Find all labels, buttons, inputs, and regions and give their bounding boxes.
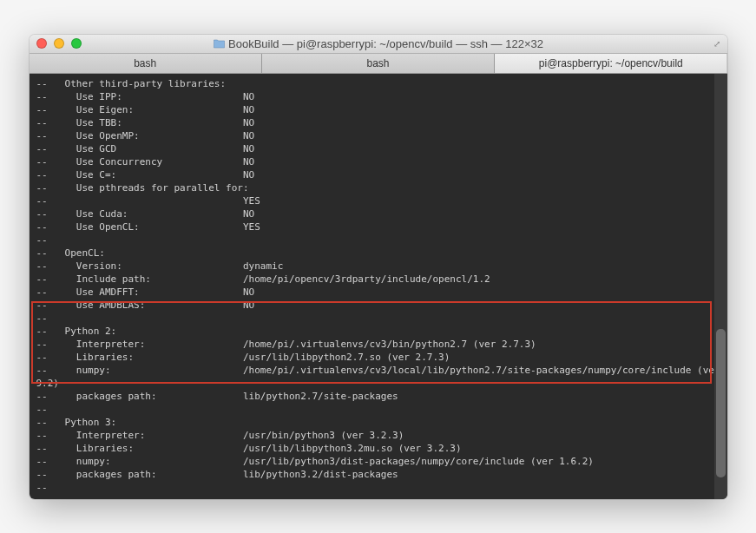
terminal-line: -- packages path: lib/python3.2/dist-pac… — [36, 468, 720, 481]
terminal-line: -- YES — [36, 194, 720, 207]
terminal-line: -- Libraries: /usr/lib/libpython3.2mu.so… — [36, 442, 720, 455]
close-button[interactable] — [36, 38, 47, 49]
terminal-line: -- Use Cuda: NO — [36, 207, 720, 220]
terminal-line: -- Use TBB: NO — [36, 116, 720, 129]
terminal-line: -- Use AMDBLAS: NO — [36, 299, 720, 312]
titlebar[interactable]: BookBuild — pi@raspberrypi: ~/opencv/bui… — [30, 35, 727, 54]
terminal-line: -- OpenCL: — [36, 247, 720, 260]
window-title: BookBuild — pi@raspberrypi: ~/opencv/bui… — [213, 37, 543, 50]
terminal-line: -- Interpreter: /usr/bin/python3 (ver 3.… — [36, 429, 720, 442]
fullscreen-icon[interactable]: ⤢ — [713, 39, 720, 49]
scrollbar[interactable] — [714, 74, 727, 499]
terminal-line: -- numpy: /home/pi/.virtualenvs/cv3/loca… — [36, 364, 720, 377]
terminal-line: -- Use AMDFFT: NO — [36, 286, 720, 299]
terminal-line: -- — [36, 481, 720, 494]
terminal-line: 9.2) — [36, 377, 720, 390]
title-text: BookBuild — pi@raspberrypi: ~/opencv/bui… — [228, 37, 543, 50]
terminal-line: -- Use OpenMP: NO — [36, 129, 720, 142]
terminal-line: -- Use OpenCL: YES — [36, 220, 720, 234]
terminal-line: -- Use C=: NO — [36, 168, 720, 181]
terminal-line: -- Version: dynamic — [36, 260, 720, 273]
scrollbar-thumb[interactable] — [716, 329, 726, 478]
terminal-window: BookBuild — pi@raspberrypi: ~/opencv/bui… — [30, 35, 727, 499]
tab-bash-1[interactable]: bash — [30, 54, 262, 73]
terminal-line: -- — [36, 312, 720, 325]
terminal-output: -- Other third-party libraries:-- Use IP… — [36, 77, 720, 494]
terminal-line: -- Interpreter: /home/pi/.virtualenvs/cv… — [36, 338, 720, 351]
folder-icon — [213, 38, 225, 49]
terminal-line: -- Python 3: — [36, 416, 720, 429]
terminal-line: -- Use Concurrency NO — [36, 155, 720, 168]
tab-bar: bash bash pi@raspberrypi: ~/opencv/build — [30, 54, 727, 74]
tab-bash-2[interactable]: bash — [262, 54, 495, 73]
terminal-line: -- Libraries: /usr/lib/libpython2.7.so (… — [36, 351, 720, 364]
terminal-line: -- packages path: lib/python2.7/site-pac… — [36, 390, 720, 403]
terminal-body[interactable]: -- Other third-party libraries:-- Use IP… — [30, 74, 727, 499]
tab-opencv-build[interactable]: pi@raspberrypi: ~/opencv/build — [495, 54, 726, 73]
terminal-line: -- — [36, 234, 720, 247]
terminal-line: -- Python 2: — [36, 325, 720, 338]
terminal-line: -- Use pthreads for parallel for: — [36, 181, 720, 194]
terminal-line: -- Use GCD NO — [36, 142, 720, 155]
terminal-line: -- Use IPP: NO — [36, 90, 720, 103]
terminal-line: -- numpy: /usr/lib/python3/dist-packages… — [36, 455, 720, 468]
traffic-lights — [36, 38, 82, 49]
zoom-button[interactable] — [71, 38, 82, 49]
minimize-button[interactable] — [54, 38, 64, 49]
terminal-line: -- Other third-party libraries: — [36, 77, 720, 90]
terminal-line: -- Use Eigen: NO — [36, 103, 720, 116]
terminal-line: -- — [36, 403, 720, 416]
terminal-line: -- Include path: /home/pi/opencv/3rdpart… — [36, 273, 720, 286]
